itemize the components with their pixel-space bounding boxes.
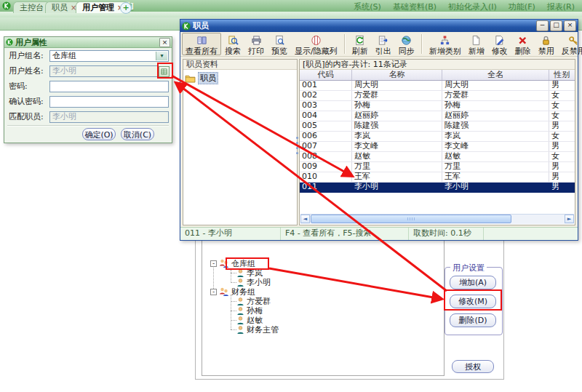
- menu-function[interactable]: 功能(F): [509, 1, 535, 12]
- password-label: 密码:: [9, 81, 48, 92]
- dialog-title: 用户属性: [15, 37, 159, 48]
- toolbar-undisable-button[interactable]: 反禁用: [558, 33, 582, 55]
- table-row[interactable]: 001周大明周大明男: [300, 81, 575, 91]
- toolbar-export-button[interactable]: 引出: [372, 33, 395, 55]
- table-row[interactable]: 010王军王军男: [300, 172, 575, 183]
- tree-collapse-icon[interactable]: -: [210, 260, 217, 267]
- table-row[interactable]: 005陈建强陈建强男: [300, 121, 575, 132]
- new-category-icon: [439, 35, 450, 46]
- field-row-user-name: 用户姓名: 李小明: [4, 65, 172, 77]
- staff-window-title-bar[interactable]: 职员 − □ ×: [180, 20, 578, 32]
- confirm-password-label: 确认密码:: [9, 96, 48, 108]
- new-tab-button[interactable]: +: [120, 2, 132, 14]
- toolbar-search-button[interactable]: 搜索: [221, 33, 244, 55]
- menu-bar: 系统(S) 基础资料(B) 初始化录入(I) 功能(F) 报表(R): [354, 1, 575, 12]
- field-row-confirm-password: 确认密码:: [4, 96, 172, 108]
- chevron-down-icon[interactable]: ▾: [156, 52, 167, 60]
- new-icon: [471, 35, 482, 46]
- print-icon: [251, 35, 262, 46]
- menu-report[interactable]: 报表(R): [547, 1, 575, 12]
- staff-category-panel: 职员资料 职员: [183, 59, 298, 225]
- table-row[interactable]: 003孙梅孙梅女: [300, 101, 575, 111]
- toolbar-refresh-button[interactable]: 刷新: [348, 33, 372, 55]
- column-header-gender[interactable]: 性别: [549, 70, 575, 80]
- maximize-button[interactable]: □: [550, 20, 562, 31]
- dialog-title-bar[interactable]: 用户属性 ×: [4, 37, 172, 48]
- user-icon: [236, 269, 244, 278]
- ok-button[interactable]: 确定(O): [82, 128, 116, 140]
- user-properties-dialog: 用户属性 × 用户组名: 仓库组 ▾ 用户姓名: 李小明 密码: 确认密码: 匹…: [4, 36, 172, 143]
- sync-icon: [401, 35, 412, 46]
- table-row[interactable]: 008赵敏赵敏女: [300, 152, 575, 162]
- table-row[interactable]: 009万里万里男: [300, 162, 575, 172]
- password-field[interactable]: [49, 81, 169, 92]
- toolbar-view-all-button[interactable]: 查看所有: [182, 33, 221, 55]
- scroll-left-icon[interactable]: ◄: [300, 215, 310, 223]
- cancel-button[interactable]: 取消(C): [121, 128, 154, 140]
- undisable-icon: [568, 35, 579, 46]
- staff-table-panel: [职员]的内容-共计: 11条记录 代码 名称 全名 性别 001周大明周大明男…: [299, 59, 575, 225]
- authorize-button[interactable]: 授权: [452, 360, 494, 373]
- user-icon: [236, 316, 244, 325]
- toolbar-new-button[interactable]: 新增: [465, 33, 488, 55]
- field-row-matched-staff: 匹配职员: 李小明: [4, 111, 172, 123]
- close-button[interactable]: ×: [564, 20, 576, 31]
- staff-category-root[interactable]: 职员: [185, 72, 295, 84]
- tree-user-finance-manager[interactable]: 财务主管: [236, 325, 279, 335]
- delete-icon: [517, 35, 528, 46]
- horizontal-scrollbar[interactable]: ◄ ►: [300, 214, 574, 224]
- toolbar-preview-button[interactable]: 预览: [268, 33, 291, 55]
- add-user-button[interactable]: 增加(A): [450, 276, 496, 289]
- table-row-selected[interactable]: 011李小明李小明男: [300, 183, 575, 193]
- toolbar-delete-button[interactable]: 删除: [511, 33, 535, 55]
- dialog-separator: [7, 125, 169, 127]
- modify-user-button[interactable]: 修改(M): [450, 295, 496, 308]
- user-group-icon: [219, 287, 229, 297]
- tree-connector: [231, 311, 236, 311]
- matched-staff-label: 匹配职员:: [9, 111, 48, 123]
- scroll-right-icon[interactable]: ►: [565, 215, 574, 223]
- user-name-field: 李小明: [49, 65, 159, 77]
- table-row[interactable]: 002方爱群方爱群女: [300, 91, 575, 101]
- disable-icon: [541, 35, 551, 46]
- tree-connector: [213, 265, 214, 290]
- toolbar-sync-button[interactable]: 同步: [395, 33, 418, 55]
- toolbar-disable-button[interactable]: 禁用: [535, 33, 558, 55]
- menu-init-entry[interactable]: 初始化录入(I): [448, 1, 497, 12]
- delete-user-button[interactable]: 删除(D): [450, 313, 496, 327]
- folder-icon: [185, 74, 196, 83]
- column-header-name[interactable]: 名称: [352, 70, 442, 80]
- table-row[interactable]: 004赵丽婷赵丽婷女: [300, 111, 575, 121]
- toolbar-print-button[interactable]: 打印: [244, 33, 268, 55]
- search-icon: [228, 35, 239, 46]
- tree-collapse-icon[interactable]: -: [210, 289, 217, 295]
- toolbar-modify-button[interactable]: 修改: [488, 33, 511, 55]
- table-caption: [职员]的内容-共计: 11条记录: [300, 60, 575, 70]
- dialog-close-icon[interactable]: ×: [159, 38, 170, 47]
- view-all-icon: [196, 35, 207, 46]
- user-group-combobox[interactable]: 仓库组 ▾: [49, 50, 169, 62]
- user-icon: [236, 279, 244, 287]
- modify-icon: [494, 35, 505, 46]
- confirm-password-field[interactable]: [49, 96, 169, 108]
- toolbar-show-hide-columns-button[interactable]: 显示/隐藏列: [291, 33, 341, 55]
- tree-connector: [231, 282, 236, 283]
- browse-staff-button[interactable]: [159, 66, 170, 77]
- tree-connector: [231, 270, 231, 283]
- tree-connector: [231, 329, 236, 330]
- table-row[interactable]: 007李文峰李文峰男: [300, 142, 575, 152]
- user-group-label: 用户组名:: [9, 50, 48, 62]
- column-header-code[interactable]: 代码: [300, 70, 352, 80]
- tree-connector: [231, 320, 236, 321]
- toolbar-new-category-button[interactable]: 新增类别: [426, 33, 465, 55]
- menu-base-data[interactable]: 基础资料(B): [393, 1, 436, 12]
- table-row[interactable]: 006李岚李岚女: [300, 132, 575, 142]
- menu-system[interactable]: 系统(S): [354, 1, 381, 12]
- status-selected-record: 011 - 李小明: [180, 228, 281, 240]
- column-header-fullname[interactable]: 全名: [442, 70, 549, 80]
- tree-connector: [231, 301, 236, 302]
- tree-connector: [231, 273, 236, 273]
- scrollbar-thumb[interactable]: [311, 215, 511, 223]
- preview-icon: [274, 35, 285, 46]
- minimize-button[interactable]: −: [536, 20, 549, 31]
